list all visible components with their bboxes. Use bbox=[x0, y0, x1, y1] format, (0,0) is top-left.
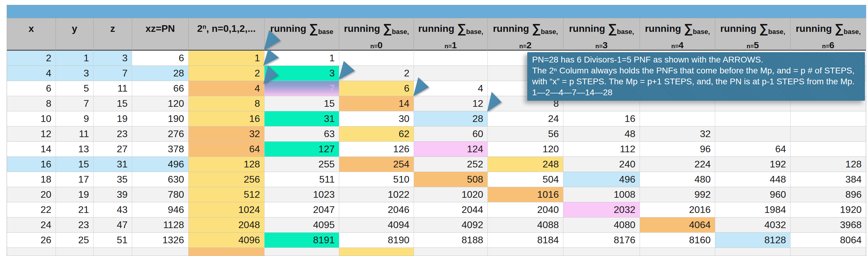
table-cell[interactable]: 15 bbox=[94, 96, 132, 111]
table-cell[interactable]: 56 bbox=[488, 126, 563, 142]
table-cell[interactable]: 252 bbox=[414, 157, 488, 172]
table-cell[interactable]: 24 bbox=[488, 111, 563, 126]
table-cell[interactable]: 30 bbox=[339, 111, 414, 126]
table-cell[interactable] bbox=[715, 111, 790, 126]
table-cell[interactable]: 14 bbox=[7, 142, 56, 157]
table-cell[interactable] bbox=[414, 248, 488, 256]
table-cell[interactable] bbox=[790, 126, 866, 142]
table-cell[interactable]: 1023 bbox=[265, 187, 339, 202]
table-cell[interactable]: 31 bbox=[265, 111, 339, 126]
table-cell[interactable]: 4094 bbox=[339, 217, 414, 233]
table-cell[interactable]: 240 bbox=[563, 157, 640, 172]
table-cell[interactable]: 630 bbox=[132, 172, 189, 187]
table-cell[interactable] bbox=[790, 111, 866, 126]
table-cell[interactable]: 4096 bbox=[189, 233, 265, 248]
table-cell[interactable] bbox=[414, 51, 488, 66]
table-cell[interactable] bbox=[790, 248, 866, 256]
table-cell[interactable]: 16 bbox=[563, 111, 640, 126]
table-cell[interactable]: 128 bbox=[790, 157, 866, 172]
table-cell[interactable]: 2032 bbox=[563, 202, 640, 217]
table-cell[interactable]: 62 bbox=[339, 126, 414, 142]
table-cell[interactable]: 2016 bbox=[640, 202, 715, 217]
table-cell[interactable]: 1020 bbox=[414, 187, 488, 202]
table-cell[interactable]: 992 bbox=[640, 187, 715, 202]
table-cell[interactable]: 511 bbox=[265, 172, 339, 187]
table-cell[interactable]: 8064 bbox=[790, 233, 866, 248]
column-header[interactable]: running ∑base,n=1 bbox=[414, 18, 488, 51]
table-cell[interactable] bbox=[488, 248, 563, 256]
column-header[interactable]: running ∑base,n=4 bbox=[640, 18, 715, 51]
table-cell[interactable]: 5 bbox=[56, 81, 94, 96]
table-cell[interactable]: 256 bbox=[189, 172, 265, 187]
table-cell[interactable]: 8190 bbox=[339, 233, 414, 248]
column-header[interactable]: running ∑base,n=6 bbox=[790, 18, 866, 51]
table-cell[interactable]: 16 bbox=[7, 157, 56, 172]
table-cell[interactable]: 4 bbox=[7, 66, 56, 81]
table-cell[interactable]: 254 bbox=[339, 157, 414, 172]
table-cell[interactable]: 1022 bbox=[339, 187, 414, 202]
table-cell[interactable]: 6 bbox=[132, 51, 189, 66]
table-cell[interactable]: 4032 bbox=[715, 217, 790, 233]
table-cell[interactable]: 8188 bbox=[414, 233, 488, 248]
table-cell[interactable]: 28 bbox=[414, 111, 488, 126]
table-cell[interactable]: 8176 bbox=[563, 233, 640, 248]
table-cell[interactable] bbox=[715, 126, 790, 142]
table-cell[interactable]: 26 bbox=[7, 233, 56, 248]
table-cell[interactable]: 510 bbox=[339, 172, 414, 187]
table-cell[interactable]: 66 bbox=[132, 81, 189, 96]
table-cell[interactable]: 12 bbox=[414, 96, 488, 111]
table-cell[interactable]: 192 bbox=[715, 157, 790, 172]
table-cell[interactable]: 23 bbox=[56, 217, 94, 233]
table-cell[interactable]: 8 bbox=[189, 96, 265, 111]
table-cell[interactable] bbox=[7, 248, 56, 256]
column-header[interactable]: y bbox=[56, 18, 94, 51]
table-cell[interactable]: 946 bbox=[132, 202, 189, 217]
title-band[interactable] bbox=[7, 5, 866, 18]
table-cell[interactable]: 126 bbox=[339, 142, 414, 157]
table-cell[interactable]: 6 bbox=[339, 81, 414, 96]
table-cell[interactable]: 13 bbox=[56, 142, 94, 157]
table-cell[interactable]: 19 bbox=[94, 111, 132, 126]
table-cell[interactable]: 64 bbox=[189, 142, 265, 157]
table-cell[interactable]: 63 bbox=[265, 126, 339, 142]
table-cell[interactable]: 60 bbox=[414, 126, 488, 142]
table-cell[interactable]: 64 bbox=[715, 142, 790, 157]
column-header[interactable]: z bbox=[94, 18, 132, 51]
table-cell[interactable]: 112 bbox=[563, 142, 640, 157]
table-cell[interactable]: 1016 bbox=[488, 187, 563, 202]
table-cell[interactable]: 9 bbox=[56, 111, 94, 126]
table-cell[interactable]: 1920 bbox=[790, 202, 866, 217]
table-cell[interactable]: 28 bbox=[132, 66, 189, 81]
table-cell[interactable]: 10 bbox=[7, 111, 56, 126]
table-cell[interactable]: 3 bbox=[56, 66, 94, 81]
table-cell[interactable]: 39 bbox=[94, 187, 132, 202]
table-cell[interactable]: 190 bbox=[132, 111, 189, 126]
table-cell[interactable]: 508 bbox=[414, 172, 488, 187]
table-cell[interactable]: 2047 bbox=[265, 202, 339, 217]
table-cell[interactable]: 384 bbox=[790, 172, 866, 187]
table-cell[interactable]: 8128 bbox=[715, 233, 790, 248]
table-cell[interactable]: 4092 bbox=[414, 217, 488, 233]
table-cell[interactable]: 127 bbox=[265, 142, 339, 157]
table-cell[interactable]: 19 bbox=[56, 187, 94, 202]
table-cell[interactable]: 6 bbox=[7, 81, 56, 96]
table-cell[interactable]: 96 bbox=[640, 142, 715, 157]
table-cell[interactable] bbox=[94, 248, 132, 256]
column-header[interactable]: running ∑base,n=0 bbox=[339, 18, 414, 51]
table-cell[interactable]: 27 bbox=[94, 142, 132, 157]
table-cell[interactable]: 224 bbox=[640, 157, 715, 172]
table-cell[interactable]: 4064 bbox=[640, 217, 715, 233]
table-cell[interactable]: 120 bbox=[132, 96, 189, 111]
table-cell[interactable] bbox=[132, 248, 189, 256]
table-cell[interactable]: 51 bbox=[94, 233, 132, 248]
table-cell[interactable]: 20 bbox=[7, 187, 56, 202]
table-cell[interactable]: 35 bbox=[94, 172, 132, 187]
table-cell[interactable]: 2 bbox=[189, 66, 265, 81]
table-cell[interactable]: 1128 bbox=[132, 217, 189, 233]
table-cell[interactable]: 960 bbox=[715, 187, 790, 202]
table-cell[interactable]: 8184 bbox=[488, 233, 563, 248]
table-cell[interactable] bbox=[265, 248, 339, 256]
column-header[interactable]: 2n, n=0,1,2,... bbox=[189, 18, 265, 51]
table-cell[interactable]: 2046 bbox=[339, 202, 414, 217]
table-cell[interactable]: 8160 bbox=[640, 233, 715, 248]
